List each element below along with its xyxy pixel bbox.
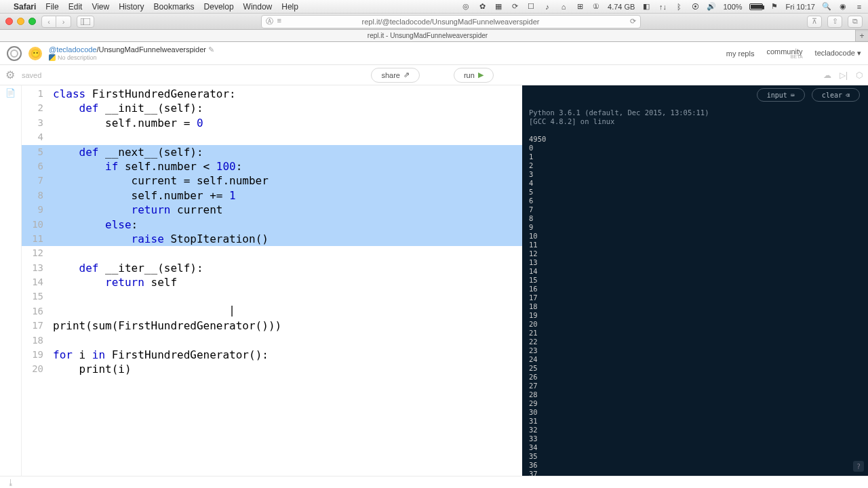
flag-icon[interactable]: ⚑ xyxy=(770,2,779,12)
window-controls xyxy=(5,18,36,25)
status-icon[interactable]: ▦ xyxy=(494,2,503,12)
downloads-button[interactable]: ⊼ xyxy=(807,16,822,28)
file-sidebar: 📄 xyxy=(0,85,22,476)
ram-usage[interactable]: 4.74 GB xyxy=(608,3,635,11)
battery-icon[interactable] xyxy=(749,3,763,10)
status-icon[interactable]: ✿ xyxy=(477,2,487,12)
status-icon[interactable]: ① xyxy=(591,2,601,12)
project-avatar-icon: 😶 xyxy=(28,47,42,60)
code-content[interactable]: class FirstHundredGenerator: def __init_… xyxy=(53,87,522,377)
user-menu[interactable]: tecladocode ▾ xyxy=(815,49,861,58)
tab-title: repl.it - UnsungMadFunnelweaverspider xyxy=(368,32,488,39)
clear-button[interactable]: clear⌫ xyxy=(812,88,860,102)
tabs-button[interactable]: ⧉ xyxy=(848,16,863,28)
browser-tab[interactable]: repl.it - UnsungMadFunnelweaverspider xyxy=(0,30,856,41)
status-icon[interactable]: ◧ xyxy=(642,2,651,12)
code-editor[interactable]: 1234567891011121314151617181920 class Fi… xyxy=(22,85,522,476)
dropbox-icon[interactable]: ☐ xyxy=(526,2,536,12)
forward-button[interactable]: › xyxy=(56,16,71,28)
clock[interactable]: Fri 10:17 xyxy=(786,3,815,11)
bluetooth-icon[interactable]: ᛒ xyxy=(674,2,684,12)
workspace: 📄 1234567891011121314151617181920 class … xyxy=(0,85,868,476)
terminal-panel[interactable]: input⌨ clear⌫ Python 3.6.1 (default, Dec… xyxy=(522,85,868,476)
repl-header: 😶 @tecladocode/UnsungMadFunnelweaverspid… xyxy=(0,42,868,65)
reader-icon[interactable]: Ⓐ xyxy=(266,16,273,26)
svg-rect-0 xyxy=(81,18,90,25)
line-gutter: 1234567891011121314151617181920 xyxy=(22,85,49,476)
wifi-icon[interactable]: ⦿ xyxy=(690,2,700,12)
active-app[interactable]: Safari xyxy=(14,2,36,12)
fullscreen-window-button[interactable] xyxy=(28,18,36,25)
step-icon[interactable]: ▷| xyxy=(840,70,848,80)
sidebar-button[interactable] xyxy=(77,16,94,28)
play-icon: ▶ xyxy=(478,70,484,79)
site-menu-icon[interactable]: ≡ xyxy=(277,16,281,26)
status-icon[interactable]: ↑↓ xyxy=(658,2,667,12)
status-icon[interactable]: ⟳ xyxy=(510,2,519,12)
status-icon[interactable]: ⌂ xyxy=(559,2,568,12)
nav-buttons: ‹ › xyxy=(41,16,71,28)
close-window-button[interactable] xyxy=(5,18,13,25)
run-label: run xyxy=(464,71,475,79)
edit-name-icon[interactable]: ✎ xyxy=(208,45,214,54)
nav-community[interactable]: communityBETA xyxy=(766,47,802,59)
menu-bookmarks[interactable]: Bookmarks xyxy=(154,2,195,12)
add-file-icon[interactable]: 📄 xyxy=(5,88,16,98)
run-button[interactable]: run ▶ xyxy=(454,68,494,83)
menu-window[interactable]: Window xyxy=(243,2,273,12)
share-icon: ⇗ xyxy=(403,70,410,79)
safari-toolbar: ‹ › Ⓐ ≡ repl.it/@tecladocode/UnsungMadFu… xyxy=(0,14,868,30)
cloud-icon[interactable]: ☁ xyxy=(823,70,831,80)
owner-link[interactable]: @tecladocode xyxy=(49,45,97,54)
menu-help[interactable]: Help xyxy=(281,2,298,12)
project-info: @tecladocode/UnsungMadFunnelweaverspider… xyxy=(49,45,214,61)
menu-edit[interactable]: Edit xyxy=(68,2,83,12)
package-icon[interactable]: ⬡ xyxy=(856,70,863,80)
save-status: saved xyxy=(22,71,41,79)
nav-my-repls[interactable]: my repls xyxy=(726,49,755,58)
status-icon[interactable]: ⊞ xyxy=(575,2,585,12)
input-icon: ⌨ xyxy=(791,91,795,100)
back-button[interactable]: ‹ xyxy=(41,16,56,28)
url-text: repl.it/@tecladocode/UnsungMadFunnelweav… xyxy=(362,18,540,26)
action-bar: ⚙ saved share ⇗ run ▶ ☁ ▷| ⬡ xyxy=(0,65,868,85)
share-button[interactable]: ⇧ xyxy=(827,16,842,28)
menu-view[interactable]: View xyxy=(92,2,109,12)
download-icon[interactable]: ⭳ xyxy=(7,478,15,487)
project-name: UnsungMadFunnelweaverspider xyxy=(99,45,206,54)
input-button[interactable]: input⌨ xyxy=(757,88,805,102)
bottom-bar: ⭳ xyxy=(0,476,868,488)
spotlight-icon[interactable]: 🔍 xyxy=(822,2,831,12)
siri-icon[interactable]: ◉ xyxy=(838,2,848,12)
volume-icon[interactable]: 🔊 xyxy=(707,2,716,12)
address-bar[interactable]: Ⓐ ≡ repl.it/@tecladocode/UnsungMadFunnel… xyxy=(261,15,641,28)
minimize-window-button[interactable] xyxy=(17,18,24,25)
status-icon[interactable]: ◎ xyxy=(461,2,471,12)
help-icon[interactable]: ? xyxy=(853,461,864,472)
macos-menubar: Safari FileEditViewHistoryBookmarksDevel… xyxy=(0,0,868,14)
menu-history[interactable]: History xyxy=(119,2,144,12)
menubar-status-right: ◎ ✿ ▦ ⟳ ☐ ♪ ⌂ ⊞ ① 4.74 GB ◧ ↑↓ ᛒ ⦿ 🔊 100… xyxy=(461,2,864,12)
settings-icon[interactable]: ⚙ xyxy=(5,68,15,81)
notifications-icon[interactable]: ≡ xyxy=(854,2,864,12)
menu-develop[interactable]: Develop xyxy=(204,2,234,12)
battery-pct[interactable]: 100% xyxy=(723,3,742,11)
replit-logo-icon[interactable] xyxy=(7,46,22,61)
safari-tabbar: repl.it - UnsungMadFunnelweaverspider + xyxy=(0,30,868,42)
reload-icon[interactable]: ⟳ xyxy=(630,17,636,26)
project-desc: No description xyxy=(58,54,97,61)
share-button[interactable]: share ⇗ xyxy=(371,68,420,83)
clear-icon: ⌫ xyxy=(846,91,850,100)
share-label: share xyxy=(381,71,400,79)
status-icon[interactable]: ♪ xyxy=(542,2,552,12)
new-tab-button[interactable]: + xyxy=(856,31,868,41)
terminal-output: Python 3.6.1 (default, Dec 2015, 13:05:1… xyxy=(529,108,868,476)
menu-file[interactable]: File xyxy=(45,2,58,12)
python-icon xyxy=(49,54,56,61)
